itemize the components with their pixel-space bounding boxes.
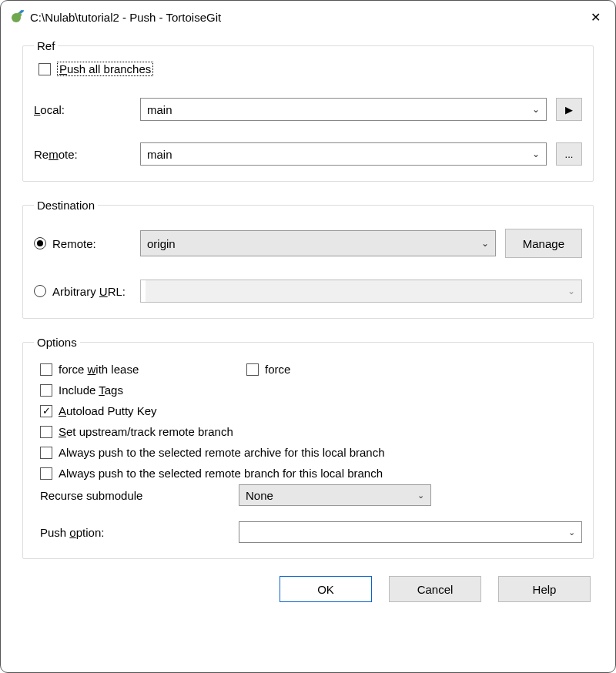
force-with-lease-label: force with lease bbox=[59, 363, 139, 376]
set-upstream-checkbox[interactable]: Set upstream/track remote branch bbox=[40, 425, 582, 438]
remote-browse-button[interactable]: ... bbox=[556, 142, 582, 166]
always-branch-label: Always push to the selected remote branc… bbox=[59, 467, 383, 480]
push-dialog: C:\Nulab\tutorial2 - Push - TortoiseGit … bbox=[0, 0, 616, 673]
tortoisegit-icon bbox=[10, 10, 24, 24]
ellipsis-icon: ... bbox=[565, 149, 574, 160]
destination-legend: Destination bbox=[34, 199, 98, 212]
checkbox-icon bbox=[40, 363, 52, 376]
include-tags-label: Include Tags bbox=[59, 383, 123, 397]
recurse-label: Recurse submodule bbox=[40, 489, 239, 502]
destination-group: Destination Remote: origin ⌄ Manage bbox=[22, 199, 594, 319]
always-archive-label: Always push to the selected remote archi… bbox=[59, 446, 385, 459]
ok-label: OK bbox=[317, 583, 334, 596]
options-group: Options force with lease force Include T… bbox=[22, 336, 594, 559]
dest-remote-label: Remote: bbox=[52, 237, 96, 250]
checkbox-icon bbox=[38, 63, 51, 75]
dest-remote-value: origin bbox=[147, 237, 176, 250]
checkbox-icon bbox=[40, 426, 52, 438]
chevron-down-icon: ⌄ bbox=[532, 149, 540, 159]
remote-label: Remote: bbox=[34, 148, 140, 161]
local-more-button[interactable]: ▶ bbox=[556, 98, 582, 121]
chevron-down-icon: ⌄ bbox=[567, 286, 575, 296]
close-button[interactable]: ✕ bbox=[586, 8, 604, 26]
dest-remote-combo[interactable]: origin ⌄ bbox=[140, 230, 496, 256]
always-archive-checkbox[interactable]: Always push to the selected remote archi… bbox=[40, 446, 582, 459]
ok-button[interactable]: OK bbox=[280, 576, 372, 602]
help-label: Help bbox=[533, 583, 557, 596]
push-all-branches-checkbox[interactable]: Push all branches bbox=[38, 62, 582, 76]
radio-on-icon bbox=[34, 237, 46, 249]
close-icon: ✕ bbox=[591, 10, 601, 25]
recurse-row: Recurse submodule None ⌄ bbox=[40, 484, 582, 506]
cancel-button[interactable]: Cancel bbox=[389, 576, 481, 602]
dialog-buttons: OK Cancel Help bbox=[22, 573, 594, 605]
local-branch-combo[interactable]: main ⌄ bbox=[140, 98, 547, 121]
ref-group: Ref Push all branches Local: main ⌄ ▶ bbox=[22, 39, 594, 182]
local-branch-value: main bbox=[147, 103, 172, 116]
chevron-down-icon: ⌄ bbox=[532, 104, 540, 115]
checkbox-checked-icon bbox=[40, 405, 52, 417]
remote-row: Remote: main ⌄ ... bbox=[34, 142, 582, 166]
chevron-down-icon: ⌄ bbox=[568, 527, 575, 537]
recurse-value: None bbox=[246, 489, 273, 502]
push-all-branches-label: Push all branches bbox=[57, 62, 153, 76]
dest-remote-row: Remote: origin ⌄ Manage bbox=[34, 229, 582, 258]
dest-remote-radio[interactable]: Remote: bbox=[34, 237, 140, 250]
manage-button[interactable]: Manage bbox=[505, 229, 582, 258]
force-label: force bbox=[265, 363, 290, 376]
dest-url-radio[interactable]: Arbitrary URL: bbox=[34, 285, 140, 298]
include-tags-checkbox[interactable]: Include Tags bbox=[40, 383, 582, 397]
checkbox-icon bbox=[246, 363, 259, 376]
recurse-combo[interactable]: None ⌄ bbox=[239, 484, 431, 506]
dest-url-radio-wrap: Arbitrary URL: bbox=[34, 285, 140, 298]
dest-url-row: Arbitrary URL: ⌄ bbox=[34, 280, 582, 303]
set-upstream-label: Set upstream/track remote branch bbox=[59, 425, 233, 438]
dest-remote-radio-wrap: Remote: bbox=[34, 237, 140, 250]
local-label: Local: bbox=[34, 103, 140, 116]
autoload-putty-checkbox[interactable]: Autoload Putty Key bbox=[40, 404, 582, 417]
ref-legend: Ref bbox=[34, 39, 58, 52]
triangle-right-icon: ▶ bbox=[565, 104, 573, 116]
svg-point-1 bbox=[17, 12, 22, 17]
checkbox-icon bbox=[40, 467, 52, 480]
force-checkbox[interactable]: force bbox=[246, 363, 290, 376]
window-title: C:\Nulab\tutorial2 - Push - TortoiseGit bbox=[30, 11, 586, 24]
chevron-down-icon: ⌄ bbox=[481, 238, 489, 249]
autoload-putty-label: Autoload Putty Key bbox=[59, 404, 157, 417]
checkbox-icon bbox=[40, 384, 52, 397]
remote-branch-value: main bbox=[147, 148, 172, 161]
always-branch-checkbox[interactable]: Always push to the selected remote branc… bbox=[40, 467, 582, 480]
remote-branch-combo[interactable]: main ⌄ bbox=[140, 142, 547, 166]
dest-url-label: Arbitrary URL: bbox=[52, 285, 126, 298]
push-option-row: Push option: ⌄ bbox=[40, 521, 582, 543]
help-button[interactable]: Help bbox=[498, 576, 591, 602]
dest-url-combo[interactable]: ⌄ bbox=[140, 280, 582, 303]
push-option-label: Push option: bbox=[40, 526, 239, 539]
dialog-content: Ref Push all branches Local: main ⌄ ▶ bbox=[1, 33, 615, 672]
manage-label: Manage bbox=[523, 237, 564, 250]
checkbox-icon bbox=[40, 447, 52, 459]
cancel-label: Cancel bbox=[417, 583, 454, 596]
local-row: Local: main ⌄ ▶ bbox=[34, 98, 582, 121]
force-with-lease-checkbox[interactable]: force with lease bbox=[40, 363, 240, 376]
radio-off-icon bbox=[34, 285, 46, 297]
chevron-down-icon: ⌄ bbox=[417, 491, 424, 501]
push-option-combo[interactable]: ⌄ bbox=[239, 521, 582, 543]
titlebar: C:\Nulab\tutorial2 - Push - TortoiseGit … bbox=[1, 1, 615, 33]
options-legend: Options bbox=[34, 336, 80, 349]
